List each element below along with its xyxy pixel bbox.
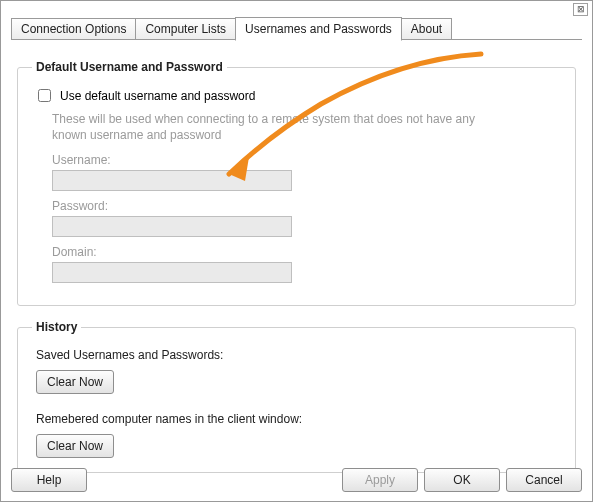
username-label: Username: [52, 153, 561, 167]
clear-remembered-button[interactable]: Clear Now [36, 434, 114, 458]
password-block: Password: [52, 199, 561, 237]
close-icon[interactable]: ⊠ [573, 3, 588, 16]
username-block: Username: [52, 153, 561, 191]
bottom-right-buttons: Apply OK Cancel [342, 468, 582, 492]
apply-button[interactable]: Apply [342, 468, 418, 492]
tab-about[interactable]: About [401, 18, 452, 40]
use-default-row: Use default username and password [34, 86, 561, 105]
dialog-window: ⊠ Connection Options Computer Lists User… [0, 0, 593, 502]
group-default-credentials: Default Username and Password Use defaul… [17, 60, 576, 306]
use-default-checkbox[interactable] [38, 89, 51, 102]
domain-input[interactable] [52, 262, 292, 283]
cancel-button[interactable]: Cancel [506, 468, 582, 492]
tab-computer-lists[interactable]: Computer Lists [135, 18, 236, 40]
password-label: Password: [52, 199, 561, 213]
remembered-names-label: Remebered computer names in the client w… [36, 412, 561, 426]
clear-saved-button[interactable]: Clear Now [36, 370, 114, 394]
help-button[interactable]: Help [11, 468, 87, 492]
username-input[interactable] [52, 170, 292, 191]
tab-content: Default Username and Password Use defaul… [11, 40, 582, 473]
default-hint-text: These will be used when connecting to a … [52, 111, 512, 143]
tab-usernames-passwords[interactable]: Usernames and Passwords [235, 17, 402, 41]
tab-bar: Connection Options Computer Lists Userna… [11, 17, 582, 40]
password-input[interactable] [52, 216, 292, 237]
group-default-legend: Default Username and Password [32, 60, 227, 74]
use-default-label: Use default username and password [60, 89, 255, 103]
bottom-button-bar: Help Apply OK Cancel [11, 468, 582, 492]
group-history: History Saved Usernames and Passwords: C… [17, 320, 576, 473]
ok-button[interactable]: OK [424, 468, 500, 492]
domain-block: Domain: [52, 245, 561, 283]
tab-connection-options[interactable]: Connection Options [11, 18, 136, 40]
domain-label: Domain: [52, 245, 561, 259]
saved-credentials-label: Saved Usernames and Passwords: [36, 348, 561, 362]
group-history-legend: History [32, 320, 81, 334]
